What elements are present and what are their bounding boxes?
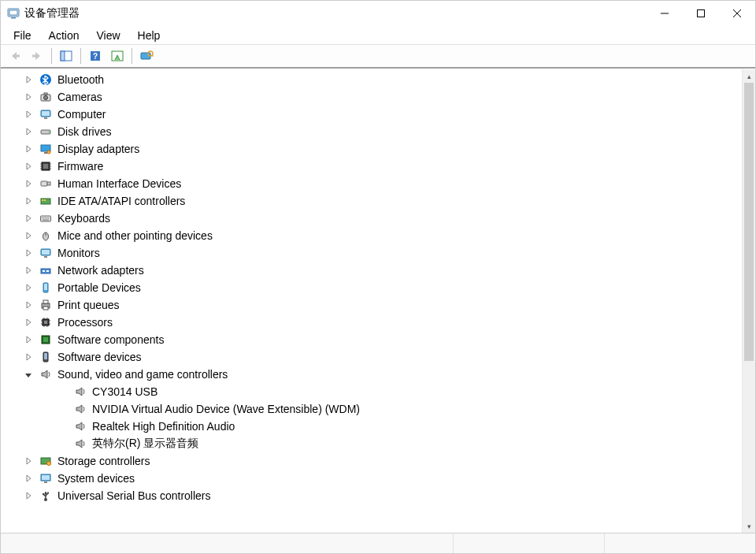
- scan-hardware-button[interactable]: [135, 46, 158, 65]
- tree-node[interactable]: Portable Devices: [1, 279, 742, 296]
- chevron-right-icon[interactable]: [23, 161, 34, 172]
- vertical-scrollbar[interactable]: ▴ ▾: [742, 69, 755, 533]
- svg-rect-45: [45, 218, 46, 218]
- status-cell: [605, 534, 755, 553]
- svg-rect-7: [16, 55, 20, 58]
- tree-node[interactable]: Processors: [1, 314, 742, 331]
- menu-action[interactable]: Action: [41, 28, 87, 43]
- tree-leaf[interactable]: NVIDIA Virtual Audio Device (Wave Extens…: [1, 400, 742, 418]
- svg-rect-30: [43, 164, 48, 169]
- details-button[interactable]: [106, 46, 128, 65]
- tree-node[interactable]: Software devices: [1, 348, 742, 366]
- tree-node[interactable]: Storage controllers: [1, 452, 742, 470]
- tree-node-label: Monitors: [56, 247, 100, 259]
- chevron-right-icon[interactable]: [23, 299, 34, 310]
- tree-node-label: Computer: [56, 108, 106, 121]
- window-title: 设备管理器: [24, 6, 80, 20]
- scroll-thumb[interactable]: [744, 83, 754, 361]
- tree-node[interactable]: Display adapters: [1, 140, 742, 158]
- menu-view[interactable]: View: [88, 28, 128, 43]
- menu-file[interactable]: File: [6, 28, 39, 43]
- maximize-button[interactable]: [683, 1, 719, 26]
- chevron-right-icon[interactable]: [23, 247, 34, 258]
- chevron-right-icon[interactable]: [23, 351, 34, 363]
- tree-node[interactable]: Human Interface Devices: [1, 175, 742, 192]
- chevron-right-icon[interactable]: [23, 490, 34, 501]
- chevron-right-icon[interactable]: [23, 195, 34, 206]
- tree-leaf-label: CY3014 USB: [91, 385, 158, 398]
- status-cell: [454, 534, 605, 553]
- tree-node-label: System devices: [56, 472, 135, 485]
- show-hide-tree-button[interactable]: [55, 46, 77, 65]
- chevron-right-icon[interactable]: [23, 143, 34, 154]
- tree-node-label: Network adapters: [56, 264, 144, 277]
- close-button[interactable]: [719, 1, 755, 26]
- tree-node[interactable]: Print queues: [1, 296, 742, 314]
- nav-forward-button[interactable]: [26, 46, 48, 65]
- tree-node[interactable]: Bluetooth: [1, 71, 742, 88]
- tree-node-label: Print queues: [56, 299, 120, 311]
- chevron-right-icon[interactable]: [23, 74, 34, 85]
- svg-rect-38: [47, 182, 50, 185]
- tree-node[interactable]: System devices: [1, 470, 742, 487]
- svg-rect-23: [44, 117, 47, 119]
- chevron-right-icon[interactable]: [23, 473, 34, 484]
- help-button[interactable]: ?: [84, 46, 106, 65]
- device-tree[interactable]: BluetoothCamerasComputerDisk drivesDispl…: [1, 69, 742, 533]
- tree-node[interactable]: Cameras: [1, 88, 742, 106]
- menu-help[interactable]: Help: [130, 28, 169, 43]
- tree-node[interactable]: Universal Serial Bus controllers: [1, 487, 742, 504]
- minimize-button[interactable]: [647, 1, 683, 26]
- tree-node-label: Display adapters: [56, 143, 139, 155]
- svg-rect-8: [32, 55, 36, 58]
- tree-leaf[interactable]: Realtek High Definition Audio: [1, 418, 742, 435]
- chevron-right-icon[interactable]: [23, 317, 34, 328]
- chevron-right-icon[interactable]: [23, 334, 34, 345]
- tree-node[interactable]: Network adapters: [1, 262, 742, 279]
- chevron-right-icon[interactable]: [23, 126, 34, 137]
- tree-node[interactable]: Computer: [1, 106, 742, 123]
- chevron-right-icon[interactable]: [23, 178, 34, 189]
- svg-rect-44: [43, 218, 44, 218]
- bluetooth-icon: [39, 73, 53, 87]
- tree-node-label: Human Interface Devices: [56, 177, 181, 190]
- status-cell: [1, 534, 454, 553]
- titlebar: 设备管理器: [1, 1, 755, 26]
- tree-node[interactable]: Sound, video and game controllers: [1, 366, 742, 383]
- chevron-down-icon[interactable]: [23, 369, 34, 380]
- swdev-icon: [39, 350, 53, 364]
- tree-node[interactable]: Mice and other pointing devices: [1, 227, 742, 244]
- printer-icon: [39, 298, 53, 312]
- tree-node[interactable]: Firmware: [1, 158, 742, 175]
- svg-point-25: [48, 132, 50, 133]
- tree-node[interactable]: Disk drives: [1, 123, 742, 140]
- tree-node[interactable]: Monitors: [1, 244, 742, 262]
- svg-rect-43: [42, 218, 43, 218]
- tree-node-label: IDE ATA/ATAPI controllers: [56, 195, 185, 207]
- tree-node-label: Software components: [56, 333, 164, 346]
- svg-rect-63: [44, 321, 47, 324]
- tree-node[interactable]: Keyboards: [1, 210, 742, 227]
- chevron-right-icon[interactable]: [23, 455, 34, 467]
- svg-rect-55: [43, 270, 45, 272]
- tree-node-label: Keyboards: [56, 212, 110, 225]
- tree-node-label: Cameras: [56, 91, 102, 103]
- svg-rect-37: [41, 181, 47, 186]
- chevron-right-icon[interactable]: [23, 282, 34, 293]
- tree-leaf[interactable]: 英特尔(R) 显示器音频: [1, 435, 742, 452]
- tree-node-label: Sound, video and game controllers: [56, 368, 228, 381]
- svg-rect-42: [41, 216, 51, 221]
- chevron-right-icon[interactable]: [23, 91, 34, 102]
- svg-rect-22: [42, 111, 50, 116]
- chevron-right-icon[interactable]: [23, 265, 34, 276]
- scroll-down-button[interactable]: ▾: [743, 519, 755, 533]
- svg-rect-73: [43, 337, 48, 342]
- tree-node[interactable]: Software components: [1, 331, 742, 348]
- chevron-right-icon[interactable]: [23, 213, 34, 224]
- tree-node[interactable]: IDE ATA/ATAPI controllers: [1, 192, 742, 210]
- scroll-up-button[interactable]: ▴: [743, 69, 755, 83]
- tree-leaf[interactable]: CY3014 USB: [1, 383, 742, 400]
- chevron-right-icon[interactable]: [23, 230, 34, 241]
- nav-back-button[interactable]: [4, 46, 26, 65]
- chevron-right-icon[interactable]: [23, 109, 34, 120]
